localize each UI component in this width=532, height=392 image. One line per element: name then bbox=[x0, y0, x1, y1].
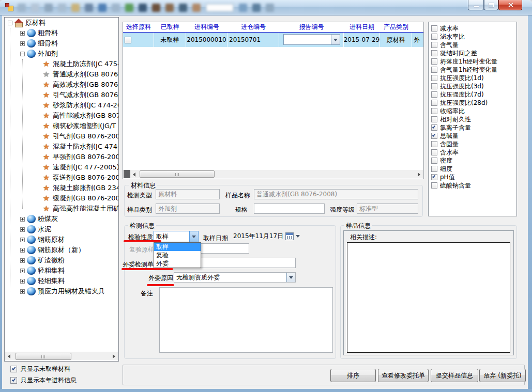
expand-icon[interactable] bbox=[20, 269, 25, 273]
expand-icon[interactable] bbox=[20, 227, 25, 232]
column-header[interactable]: 报告编号 bbox=[279, 22, 344, 33]
column-header[interactable]: 进料日期 bbox=[344, 22, 380, 33]
expand-icon[interactable] bbox=[20, 258, 25, 263]
tree-item[interactable]: 水泥 bbox=[5, 224, 118, 234]
checklist-item[interactable]: 含固量 bbox=[431, 140, 516, 148]
calendar-icon[interactable] bbox=[285, 232, 294, 240]
description-box[interactable] bbox=[347, 242, 510, 353]
checklist-item[interactable]: 密度 bbox=[431, 156, 516, 165]
chevron-down-icon[interactable] bbox=[296, 235, 300, 238]
tree-item[interactable]: ★速凝剂(JC 477-2005) bbox=[5, 162, 118, 173]
tree-item[interactable]: ★引气减水剂(GB 8076-2 bbox=[5, 90, 118, 100]
scroll-left-icon[interactable] bbox=[5, 352, 13, 360]
tree-item[interactable]: ★引气剂(GB 8076-2008) bbox=[5, 131, 118, 142]
tree-item[interactable]: 预应力用钢材及锚夹具 bbox=[5, 286, 118, 296]
checkbox[interactable] bbox=[431, 158, 437, 164]
tree-horizontal-scrollbar[interactable] bbox=[5, 352, 118, 360]
chevron-down-icon[interactable] bbox=[286, 273, 295, 282]
abandon-new-order-button[interactable]: 放弃 (新委托) bbox=[479, 369, 526, 382]
scrollbar-thumb[interactable] bbox=[16, 353, 71, 360]
chevron-down-icon[interactable] bbox=[189, 231, 198, 242]
checkbox[interactable] bbox=[431, 91, 437, 98]
tree-item[interactable]: 钢筋原材（新） bbox=[5, 245, 118, 255]
checklist-item[interactable]: 抗压强度比(1d) bbox=[431, 74, 516, 82]
minimize-button[interactable] bbox=[468, 0, 484, 10]
dropdown-option[interactable]: 复验 bbox=[154, 251, 201, 259]
checklist-item[interactable]: 减水率 bbox=[431, 24, 516, 33]
tree-item[interactable]: ★泵送剂(GB 8076-2008) bbox=[5, 173, 118, 183]
outsource-reason-combobox[interactable]: 无检测资质外委 bbox=[174, 272, 296, 283]
tree-item[interactable]: 粉煤灰 bbox=[5, 214, 118, 224]
close-button[interactable] bbox=[498, 0, 522, 10]
grid-row[interactable]: 未取样 2015000010 20150701 2015-07-29 原材料 外 bbox=[123, 33, 423, 47]
column-header[interactable]: 已取样 bbox=[154, 22, 186, 33]
checkbox[interactable] bbox=[431, 34, 437, 40]
checkbox[interactable] bbox=[431, 83, 437, 89]
checkbox[interactable] bbox=[10, 366, 17, 372]
expand-icon[interactable] bbox=[20, 217, 25, 222]
column-header[interactable]: 选择原料 bbox=[123, 22, 154, 33]
checklist-item[interactable]: 坍落度1h经时变化量 bbox=[431, 57, 516, 66]
checklist-item[interactable]: pH值 bbox=[431, 173, 516, 181]
tree-item[interactable]: ★高强高性能混凝土用矿 bbox=[5, 203, 118, 214]
tree-item[interactable]: ★砂浆防水剂(JC 474-20 bbox=[5, 100, 118, 111]
checkbox[interactable] bbox=[431, 124, 437, 131]
checkbox[interactable] bbox=[431, 58, 437, 65]
filter-show-unsampled[interactable]: 只显示未取样材料 bbox=[10, 365, 70, 373]
report-number-combobox[interactable] bbox=[283, 34, 340, 45]
checklist-item[interactable]: 泌水率比 bbox=[431, 33, 516, 41]
chevron-down-icon[interactable] bbox=[331, 35, 340, 44]
remark-textarea[interactable] bbox=[159, 287, 333, 353]
scroll-left-icon[interactable] bbox=[130, 170, 139, 178]
submit-sample-info-button[interactable]: 提交样品信息 bbox=[431, 369, 478, 382]
checklist-item[interactable]: 相对耐久性 bbox=[431, 115, 516, 123]
checkbox[interactable] bbox=[431, 141, 437, 147]
tree-item[interactable]: ★早强剂(GB 8076-2008) bbox=[5, 152, 118, 162]
checklist-item[interactable]: 硫酸钠含量 bbox=[431, 181, 516, 190]
tree-item[interactable]: 外加剂 bbox=[5, 49, 118, 59]
checkbox[interactable] bbox=[431, 67, 437, 73]
expand-icon[interactable] bbox=[20, 31, 25, 36]
checklist-item[interactable]: 细度 bbox=[431, 165, 516, 173]
tree-item-root[interactable]: 原材料 bbox=[5, 18, 118, 28]
tree-item[interactable]: 轻粗集料 bbox=[5, 265, 118, 276]
tree-item[interactable]: 钢筋原材 bbox=[5, 234, 118, 245]
checklist-item[interactable]: 含水率 bbox=[431, 148, 516, 156]
collapse-icon[interactable] bbox=[8, 21, 12, 25]
checklist-item[interactable]: 含气量1h经时变化量 bbox=[431, 66, 516, 74]
checklist-item[interactable]: 抗压强度比(7d) bbox=[431, 90, 516, 99]
dropdown-option-selected[interactable]: 取样 bbox=[154, 243, 201, 251]
sampling-date-picker[interactable]: 2015年11月17日 bbox=[233, 232, 300, 241]
checklist-item[interactable]: 氯离子含量 bbox=[431, 123, 516, 132]
checkbox[interactable] bbox=[431, 116, 437, 122]
checkbox[interactable] bbox=[431, 25, 437, 32]
tree-item[interactable]: ★混凝土防水剂(JC 474- bbox=[5, 142, 118, 152]
tree-item[interactable]: ★砌筑砂浆增塑剂(JG/T bbox=[5, 121, 118, 131]
tree-item[interactable]: 轻细集料 bbox=[5, 276, 118, 286]
expand-icon[interactable] bbox=[20, 289, 25, 294]
tree-item[interactable]: ★混凝土防冻剂(JC 475- bbox=[5, 59, 118, 69]
spec-field[interactable] bbox=[254, 203, 325, 214]
checkbox[interactable] bbox=[431, 133, 437, 139]
checkbox[interactable] bbox=[431, 50, 437, 56]
tree-item[interactable]: ★混凝土膨胀剂(GB 2343 bbox=[5, 183, 118, 193]
expand-icon[interactable] bbox=[20, 279, 25, 284]
tree-item[interactable]: 矿渣微粉 bbox=[5, 255, 118, 265]
view-edit-order-button[interactable]: 查看修改委托单 bbox=[378, 369, 429, 382]
checkbox[interactable] bbox=[10, 377, 17, 384]
checkbox[interactable] bbox=[431, 166, 437, 172]
collapse-icon[interactable] bbox=[20, 52, 25, 56]
expand-icon[interactable] bbox=[20, 41, 25, 46]
checklist-item[interactable]: 含气量 bbox=[431, 41, 516, 49]
checkbox[interactable] bbox=[431, 42, 437, 48]
checklist-item[interactable]: 抗压强度比(3d) bbox=[431, 82, 516, 90]
checklist-item[interactable]: 总碱量 bbox=[431, 132, 516, 140]
checklist-item[interactable]: 抗压强度比(28d) bbox=[431, 99, 516, 107]
checkbox[interactable] bbox=[431, 108, 437, 114]
tree-item[interactable]: ★缓凝剂(GB 8076-2008) bbox=[5, 193, 118, 203]
tree-item[interactable]: ★普通减水剂(GB 8076-2 bbox=[5, 69, 118, 80]
grid-horizontal-scrollbar[interactable] bbox=[124, 170, 423, 178]
maximize-button[interactable] bbox=[484, 0, 498, 10]
checkbox[interactable] bbox=[431, 75, 437, 81]
checkbox[interactable] bbox=[431, 100, 437, 106]
